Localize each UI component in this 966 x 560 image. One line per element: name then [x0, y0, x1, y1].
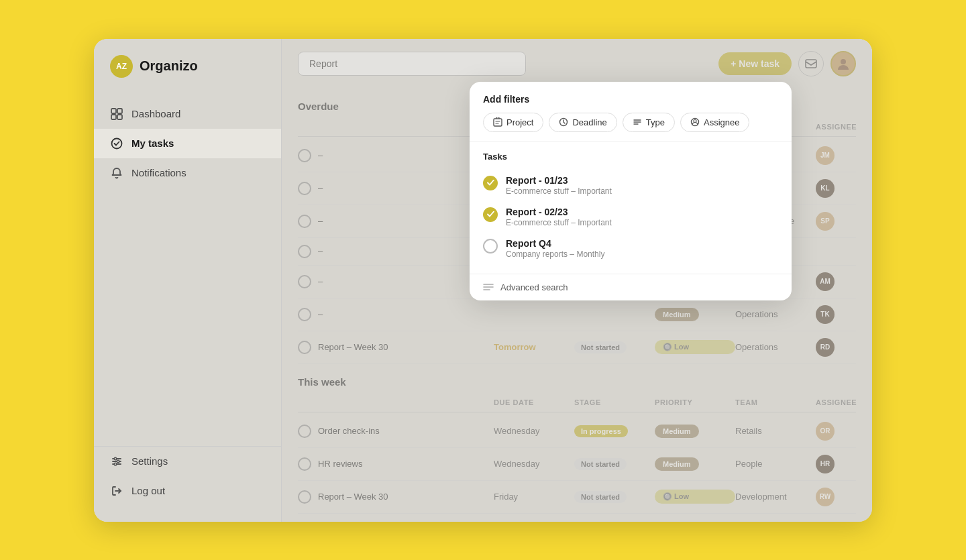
svg-rect-12 — [806, 60, 816, 68]
table-row: Report – Week 30 Friday Not started 🔘 Lo… — [298, 481, 856, 514]
col-team-2: TEAM — [735, 398, 816, 406]
filters-title: Add filters — [483, 94, 778, 105]
table-row: – Medium Operations TK — [298, 298, 856, 331]
task-empty-icon — [483, 239, 498, 254]
priority-badge: Medium — [655, 457, 699, 471]
task-done-icon — [483, 207, 498, 222]
avatar: JM — [816, 146, 835, 165]
header-bar: + New task — [282, 39, 872, 89]
task-checkbox[interactable] — [298, 182, 311, 195]
task-name-cell: – — [298, 182, 494, 195]
search-input[interactable] — [298, 52, 526, 76]
svg-rect-1 — [117, 109, 122, 113]
col-stage-2: STAGE — [574, 398, 655, 406]
clock-icon — [559, 117, 568, 127]
sliders-icon — [110, 455, 123, 468]
task-checkbox[interactable] — [298, 308, 311, 321]
sidebar-item-dashboard[interactable]: Dashboard — [94, 99, 281, 129]
priority-badge: 🔘 Low — [655, 340, 735, 354]
nav-section: Dashboard My tasks Notif — [94, 99, 281, 446]
dropdown-filters: Add filters Project Deadline Type — [470, 82, 792, 142]
grid-icon — [110, 107, 123, 121]
svg-point-8 — [114, 457, 117, 460]
bell-icon — [110, 166, 123, 180]
task-checkbox[interactable] — [298, 245, 311, 258]
filter-type[interactable]: Type — [623, 113, 675, 132]
task-checkbox[interactable] — [298, 457, 311, 471]
col-due-date-2: DUE DATE — [494, 398, 574, 406]
logout-icon — [110, 484, 123, 498]
app-name: Organizo — [140, 58, 198, 74]
svg-rect-2 — [111, 115, 116, 119]
task-checkbox[interactable] — [298, 490, 311, 504]
mail-button[interactable] — [798, 51, 824, 76]
this-week-header: DUE DATE STAGE PRIORITY TEAM ASSIGNEE — [298, 393, 856, 412]
sidebar-item-notifications[interactable]: Notifications — [94, 158, 281, 188]
type-icon — [633, 117, 642, 127]
task-checkbox[interactable] — [298, 275, 311, 288]
this-week-section-title: This week — [298, 376, 856, 388]
table-row: Order check-ins Wednesday In progress Me… — [298, 415, 856, 448]
col-assignee-2: ASSIGNEE — [816, 398, 856, 406]
task-checkbox[interactable] — [298, 215, 311, 228]
table-row: Report – Week 30 Tomorrow Not started 🔘 … — [298, 331, 856, 364]
user-circle-icon — [690, 117, 700, 127]
task-checkbox[interactable] — [298, 341, 311, 354]
filter-assignee[interactable]: Assignee — [680, 113, 749, 132]
task-name-cell: – — [298, 149, 494, 162]
header-actions: + New task — [718, 51, 856, 76]
user-avatar[interactable] — [830, 51, 856, 76]
priority-badge: Medium — [655, 308, 699, 321]
priority-badge: Medium — [655, 425, 699, 438]
sidebar-bottom: Settings Log out — [94, 446, 281, 506]
svg-point-10 — [114, 463, 117, 465]
stage-badge: Not started — [574, 458, 627, 470]
dropdown-tasks: Tasks Report - 01/23 E-commerce stuff – … — [470, 142, 792, 274]
sidebar-item-my-tasks[interactable]: My tasks — [94, 129, 281, 158]
svg-point-13 — [841, 59, 846, 64]
avatar: SP — [816, 212, 835, 231]
sidebar-item-settings[interactable]: Settings — [94, 447, 281, 476]
sidebar-label-my-tasks: My tasks — [131, 137, 174, 149]
task-checkbox[interactable] — [298, 425, 311, 438]
avatar: TK — [816, 305, 835, 324]
avatar: HR — [816, 455, 835, 473]
task-result-item[interactable]: Report Q4 Company reports – Monthly — [483, 233, 778, 264]
task-checkbox[interactable] — [298, 149, 311, 162]
svg-rect-0 — [111, 109, 116, 113]
tasks-label: Tasks — [483, 152, 778, 162]
filter-chips: Project Deadline Type Assignee — [483, 113, 778, 132]
search-dropdown: Add filters Project Deadline Type — [470, 82, 792, 300]
svg-point-4 — [112, 138, 122, 148]
avatar: RD — [816, 338, 835, 357]
task-done-icon — [483, 176, 498, 190]
sidebar-item-logout[interactable]: Log out — [94, 476, 281, 506]
priority-badge: 🔘 Low — [655, 490, 735, 504]
advanced-search[interactable]: Advanced search — [470, 274, 792, 300]
col-priority-2: PRIORITY — [655, 398, 735, 406]
app-container: AZ Organizo Dashboard — [94, 39, 872, 522]
advanced-search-icon — [483, 282, 494, 292]
svg-point-9 — [117, 460, 119, 463]
stage-badge: Not started — [574, 341, 627, 353]
avatar: KL — [816, 179, 835, 198]
logo-avatar: AZ — [110, 55, 133, 78]
advanced-search-label: Advanced search — [500, 282, 568, 292]
filter-deadline[interactable]: Deadline — [549, 113, 616, 132]
new-task-button[interactable]: + New task — [718, 52, 792, 75]
svg-rect-14 — [494, 119, 502, 126]
task-result-item[interactable]: Report - 01/23 E-commerce stuff – Import… — [483, 170, 778, 201]
stage-badge: Not started — [574, 491, 627, 503]
sidebar-label-notifications: Notifications — [131, 167, 186, 178]
check-circle-icon — [110, 137, 123, 150]
task-result-item[interactable]: Report - 02/23 E-commerce stuff – Import… — [483, 201, 778, 233]
sidebar-logo: AZ Organizo — [94, 55, 281, 99]
svg-point-22 — [694, 120, 696, 123]
filter-project[interactable]: Project — [483, 113, 543, 132]
table-row: HR reviews Wednesday Not started Medium … — [298, 448, 856, 481]
sidebar-label-settings: Settings — [131, 455, 168, 467]
sidebar: AZ Organizo Dashboard — [94, 39, 282, 522]
task-name-cell: – — [298, 215, 494, 228]
clipboard-icon — [493, 117, 502, 127]
main-content: + New task Overdue — [282, 39, 872, 522]
